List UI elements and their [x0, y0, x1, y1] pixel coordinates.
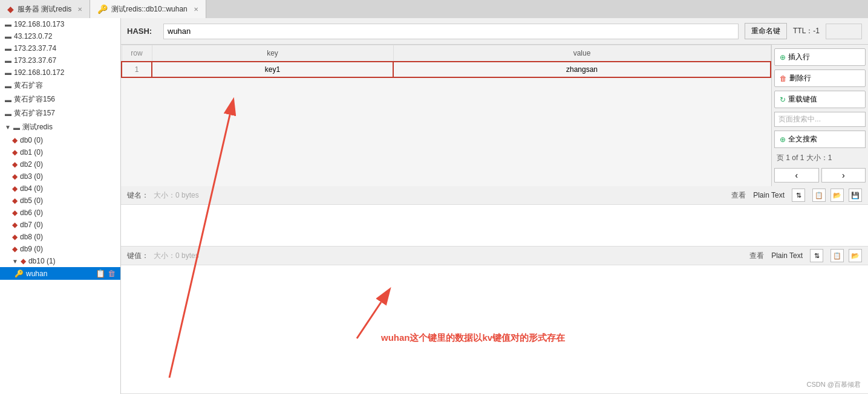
- sidebar-item-db0[interactable]: ◆ db0 (0): [7, 134, 120, 146]
- delete-icon: 🗑: [780, 74, 787, 83]
- sidebar-label-db5: db5 (0): [20, 196, 43, 205]
- wuhan-copy-btn[interactable]: 📋: [96, 269, 105, 278]
- server-icon-hs3: ▬: [5, 110, 11, 117]
- server-tab-label: 服务器 测试redis: [18, 4, 71, 15]
- server-icon-ip3: ▬: [5, 45, 11, 52]
- next-page-button[interactable]: ›: [821, 168, 866, 182]
- sidebar-label-ip2: 43.123.0.72: [14, 32, 52, 40]
- key-name-textarea[interactable]: [121, 204, 868, 246]
- main-layout: ▬ 192.168.10.173 ▬ 43.123.0.72 ▬ 173.23.…: [0, 18, 868, 394]
- db-icon-db0: ◆: [12, 136, 18, 144]
- hash-label: HASH:: [127, 27, 157, 36]
- sidebar-item-db9[interactable]: ◆ db9 (0): [7, 243, 120, 255]
- hash-value-input[interactable]: [163, 24, 739, 39]
- content-wrapper: HASH: 重命名键 TTL：-1 row key value: [121, 18, 868, 394]
- sidebar: ▬ 192.168.10.173 ▬ 43.123.0.72 ▬ 173.23.…: [0, 18, 121, 394]
- db-icon-db5: ◆: [12, 196, 18, 205]
- sidebar-item-hs3[interactable]: ▬ 黄石扩容157: [0, 106, 120, 120]
- key-tab-close[interactable]: ✕: [194, 6, 198, 13]
- sidebar-item-db4[interactable]: ◆ db4 (0): [7, 182, 120, 195]
- page-nav: ‹ ›: [774, 168, 866, 182]
- key-tab-label: 测试redis::db10::wuhan: [111, 4, 187, 15]
- table-container: row key value 1 key1 zhangsan: [121, 45, 771, 186]
- db-icon-db8: ◆: [12, 233, 18, 241]
- page-info: 页 1 of 1 大小：1: [774, 152, 866, 164]
- cell-key[interactable]: key1: [152, 62, 393, 77]
- sidebar-item-ip2[interactable]: ▬ 43.123.0.72: [0, 30, 120, 42]
- key-name-meta: 大小：0 bytes: [154, 190, 199, 201]
- sidebar-item-ip4[interactable]: ▬ 173.23.37.67: [0, 54, 120, 66]
- sidebar-item-db2[interactable]: ◆ db2 (0): [7, 158, 120, 170]
- key-copy-btn[interactable]: 📋: [812, 189, 826, 202]
- server-icon-ip4: ▬: [5, 57, 11, 64]
- sidebar-item-ip3[interactable]: ▬ 173.23.37.74: [0, 42, 120, 54]
- tab-bar: ◆ 服务器 测试redis ✕ 🔑 测试redis::db10::wuhan ✕: [0, 0, 868, 18]
- value-plain-text: Plain Text: [771, 251, 803, 260]
- reload-icon: ↻: [780, 95, 786, 104]
- server-icon: ◆: [7, 4, 14, 14]
- key-icon-wuhan: 🔑: [15, 270, 24, 278]
- sidebar-item-ip5[interactable]: ▬ 192.168.10.172: [0, 66, 120, 79]
- sidebar-item-db8[interactable]: ◆ db8 (0): [7, 231, 120, 243]
- sidebar-label-db8: db8 (0): [20, 233, 43, 241]
- value-copy-btn[interactable]: 📋: [830, 249, 844, 262]
- page-search-input[interactable]: 页面搜索中...: [774, 112, 866, 127]
- sidebar-item-db7[interactable]: ◆ db7 (0): [7, 219, 120, 231]
- key-tab[interactable]: 🔑 测试redis::db10::wuhan ✕: [90, 0, 206, 18]
- insert-row-button[interactable]: ⊕ 插入行: [774, 48, 866, 66]
- sidebar-label-ip3: 173.23.37.74: [14, 44, 56, 53]
- fulltext-search-button[interactable]: ⊕ 全文搜索: [774, 131, 866, 148]
- cell-row-num: 1: [122, 62, 152, 77]
- ttl-bar: [826, 24, 862, 39]
- sidebar-label-db6: db6 (0): [20, 208, 43, 217]
- csdn-watermark: CSDN @百慕倾君: [807, 380, 861, 389]
- sidebar-label-db7: db7 (0): [20, 221, 43, 229]
- db-icon-db6: ◆: [12, 208, 18, 217]
- sidebar-label-db0: db0 (0): [20, 136, 43, 144]
- wuhan-delete-btn[interactable]: 🗑: [108, 269, 116, 278]
- sidebar-item-db6[interactable]: ◆ db6 (0): [7, 207, 120, 219]
- sidebar-item-db10[interactable]: ▼ ◆ db10 (1): [7, 255, 120, 267]
- key-value-textarea[interactable]: [121, 265, 868, 393]
- table-row[interactable]: 1 key1 zhangsan: [122, 62, 771, 77]
- rename-key-button[interactable]: 重命名键: [745, 23, 787, 39]
- hash-header: HASH: 重命名键 TTL：-1: [121, 18, 868, 45]
- key-name-label-bar: 键名： 大小：0 bytes 查看 Plain Text ⇅ 📋 📂 💾: [121, 186, 868, 204]
- sidebar-label-hs1: 黄石扩容: [14, 80, 43, 91]
- data-table: row key value 1 key1 zhangsan: [121, 45, 771, 78]
- sidebar-item-db5[interactable]: ◆ db5 (0): [7, 195, 120, 207]
- delete-row-button[interactable]: 🗑 删除行: [774, 69, 866, 87]
- ttl-label: TTL：-1: [793, 26, 820, 36]
- cell-value[interactable]: zhangsan: [393, 62, 771, 77]
- expand-icon-testredis: ▼: [5, 124, 11, 131]
- sidebar-item-testredis[interactable]: ▼ ▬ 测试redis: [0, 120, 120, 134]
- sidebar-label-db4: db4 (0): [20, 184, 43, 193]
- key-value-label: 键值：: [127, 251, 149, 261]
- db-icon-db7: ◆: [12, 221, 18, 229]
- key-tab-icon: 🔑: [97, 4, 108, 14]
- value-open-btn[interactable]: 📂: [849, 249, 862, 262]
- sidebar-label-ip5: 192.168.10.172: [14, 68, 64, 77]
- sidebar-item-hs1[interactable]: ▬ 黄石扩容: [0, 79, 120, 92]
- content: HASH: 重命名键 TTL：-1 row key value: [121, 18, 868, 394]
- server-tab[interactable]: ◆ 服务器 测试redis ✕: [0, 0, 90, 18]
- key-open-btn[interactable]: 📂: [830, 189, 844, 202]
- key-save-btn[interactable]: 💾: [849, 189, 862, 202]
- server-tab-close[interactable]: ✕: [77, 6, 82, 13]
- db-icon-db3: ◆: [12, 172, 18, 181]
- value-view-label: 查看: [749, 251, 764, 261]
- key-sort-btn[interactable]: ⇅: [792, 189, 805, 202]
- db-icon-db4: ◆: [12, 184, 18, 193]
- db-icon-db10: ◆: [21, 257, 26, 265]
- prev-page-button[interactable]: ‹: [774, 168, 819, 182]
- key-value-edit-row: 键值： 大小：0 bytes 查看 Plain Text ⇅ 📋 📂: [121, 247, 868, 394]
- value-sort-btn[interactable]: ⇅: [810, 249, 823, 262]
- reload-button[interactable]: ↻ 重载键值: [774, 91, 866, 108]
- sidebar-item-ip1[interactable]: ▬ 192.168.10.173: [0, 18, 120, 30]
- sidebar-item-db1[interactable]: ◆ db1 (0): [7, 146, 120, 158]
- insert-icon: ⊕: [780, 53, 786, 62]
- sidebar-item-db3[interactable]: ◆ db3 (0): [7, 170, 120, 182]
- key-plain-text: Plain Text: [753, 191, 785, 199]
- db-icon-db1: ◆: [12, 148, 18, 157]
- sidebar-item-hs2[interactable]: ▬ 黄石扩容156: [0, 92, 120, 106]
